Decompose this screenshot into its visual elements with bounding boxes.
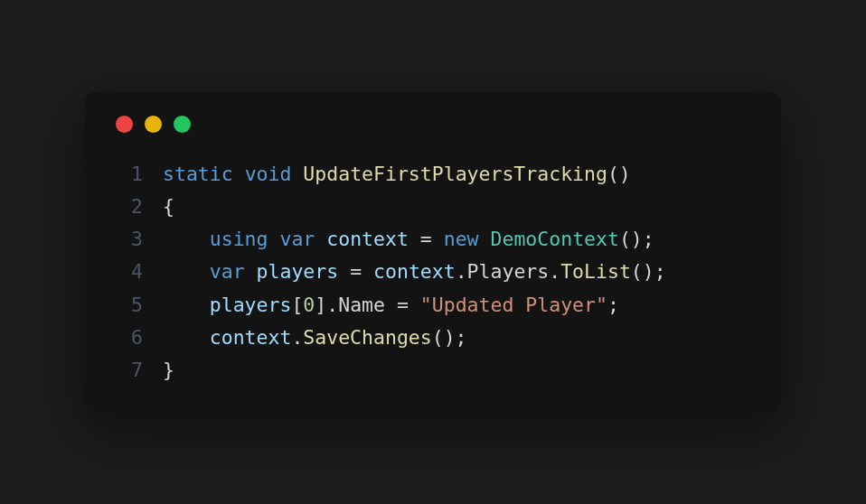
token-plain	[362, 260, 373, 283]
token-keyword: new	[444, 228, 479, 250]
line-number: 3	[116, 223, 143, 256]
token-plain	[409, 228, 420, 250]
token-punct: {	[163, 195, 174, 218]
code-content: static void UpdateFirstPlayersTracking()	[163, 158, 631, 191]
code-area: 1static void UpdateFirstPlayersTracking(…	[85, 158, 781, 387]
token-method: SaveChanges	[303, 326, 431, 349]
token-operator: =	[420, 228, 432, 250]
code-line: 6 context.SaveChanges();	[116, 322, 750, 354]
code-line: 5 players[0].Name = "Updated Player";	[116, 289, 750, 322]
token-plain	[315, 228, 326, 250]
code-window: 1static void UpdateFirstPlayersTracking(…	[85, 92, 781, 412]
code-content: using var context = new DemoContext();	[163, 223, 654, 256]
token-number: 0	[303, 294, 315, 316]
token-operator: =	[397, 294, 409, 316]
line-number: 1	[116, 158, 143, 191]
token-punct: ();	[631, 260, 666, 283]
code-line: 1static void UpdateFirstPlayersTracking(…	[116, 158, 750, 191]
token-keyword: using	[210, 228, 268, 250]
token-punct: [	[291, 294, 303, 316]
token-plain	[233, 163, 245, 185]
token-method: ToList	[560, 260, 631, 283]
minimize-icon[interactable]	[145, 116, 162, 133]
line-number: 4	[116, 256, 143, 288]
token-property: Players	[467, 260, 550, 283]
token-operator: =	[350, 260, 362, 283]
maximize-icon[interactable]	[174, 116, 191, 133]
token-punct: ].	[315, 294, 338, 316]
code-content: players[0].Name = "Updated Player";	[163, 289, 619, 322]
token-punct: ();	[619, 228, 654, 250]
token-plain	[338, 260, 350, 283]
token-keyword: var	[210, 260, 245, 283]
token-plain	[163, 294, 210, 316]
token-property: Name	[338, 294, 385, 316]
token-identifier: players	[257, 260, 339, 283]
line-number: 5	[116, 289, 143, 322]
code-content: {	[163, 191, 174, 223]
token-identifier: players	[210, 294, 292, 316]
token-identifier: context	[373, 260, 456, 283]
token-identifier: context	[210, 326, 292, 349]
token-string: "Updated Player"	[420, 294, 607, 316]
token-identifier: context	[326, 228, 409, 250]
token-punct: ()	[607, 163, 631, 185]
token-plain	[163, 326, 210, 349]
token-punct: }	[163, 359, 174, 381]
code-content: var players = context.Players.ToList();	[163, 256, 666, 288]
token-punct: .	[291, 326, 303, 349]
close-icon[interactable]	[116, 116, 133, 133]
token-punct: .	[549, 260, 560, 283]
code-line: 3 using var context = new DemoContext();	[116, 223, 750, 256]
token-keyword: static	[163, 163, 233, 185]
token-punct: ;	[607, 294, 619, 316]
token-keyword: var	[279, 228, 315, 250]
token-type: DemoContext	[491, 228, 619, 250]
token-plain	[385, 294, 397, 316]
token-plain	[291, 163, 303, 185]
token-punct: .	[456, 260, 467, 283]
token-plain	[268, 228, 280, 250]
code-content: }	[163, 354, 174, 387]
token-plain	[409, 294, 420, 316]
token-punct: ();	[432, 326, 467, 349]
line-number: 6	[116, 322, 143, 354]
code-line: 4 var players = context.Players.ToList()…	[116, 256, 750, 288]
code-content: context.SaveChanges();	[163, 322, 467, 354]
token-plain	[432, 228, 444, 250]
window-controls	[85, 116, 781, 158]
token-method: UpdateFirstPlayersTracking	[303, 163, 607, 185]
token-keyword: void	[245, 163, 292, 185]
token-plain	[479, 228, 491, 250]
token-plain	[163, 228, 210, 250]
line-number: 2	[116, 191, 143, 223]
code-line: 7}	[116, 354, 750, 387]
line-number: 7	[116, 354, 143, 387]
code-line: 2{	[116, 191, 750, 223]
token-plain	[245, 260, 257, 283]
token-plain	[163, 260, 210, 283]
